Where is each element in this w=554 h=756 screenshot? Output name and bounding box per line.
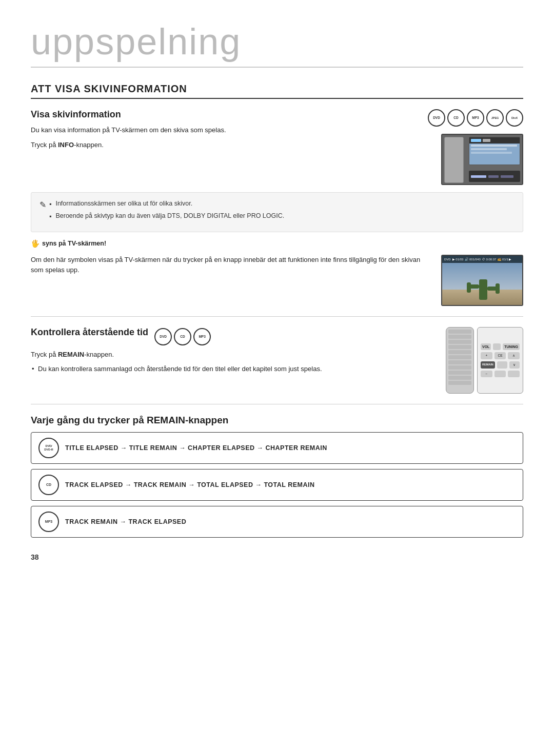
subsection2-bullet: • Du kan kontrollera sammanlagd och åter… [31, 364, 430, 375]
remote-mockup [446, 327, 474, 394]
dvd-icon-2: DVD [154, 328, 172, 345]
screen-mockup-cactus: DVD ▶ 01/03 🔊 001/040 ⏱ 0:00:37 📻 01/1 ▶ [441, 255, 523, 306]
page-number: 38 [31, 553, 523, 561]
section-title: ATT VISA SKIVINFORMATION [31, 83, 523, 99]
divider2 [31, 404, 523, 404]
cd-icon-2: CD [174, 328, 191, 345]
note-item-1: Informationsskärmen ser olika ut för oli… [49, 199, 284, 209]
note-item-2: Beroende på skivtyp kan du även välja DT… [49, 211, 284, 221]
divx-icon: DivX [506, 109, 523, 127]
remain-bold: REMAIN [58, 351, 84, 358]
screen-mockup-info [441, 134, 523, 185]
vol-label: VOL [481, 343, 491, 350]
dvd-dvdr-icon: DVD/DVD-R [38, 438, 59, 458]
screen-top-bar: DVD ▶ 01/03 🔊 001/040 ⏱ 0:00:37 📻 01/1 ▶ [442, 256, 522, 263]
subsection1-para2: Tryck på INFO-knappen. [31, 140, 412, 151]
remain-text-dvd: TITLE ELAPSED → TITLE REMAIN → CHAPTER E… [65, 444, 327, 452]
svg-rect-0 [479, 279, 487, 300]
cd-icon: CD [447, 109, 465, 127]
sub-note-title-text: syns på TV-skärmen! [42, 240, 106, 247]
tuning-label: TUNING [503, 343, 520, 350]
remain-row-cd: CD TRACK ELAPSED → TRACK REMAIN → TOTAL … [31, 469, 523, 501]
divider1 [31, 316, 523, 317]
subsection1-title: Visa skivinformation [31, 109, 412, 120]
remain-text-mp3: TRACK REMAIN → TRACK ELAPSED [65, 518, 186, 525]
svg-rect-2 [467, 282, 471, 293]
remain-label: REMAIN [481, 361, 495, 369]
remain-row-dvd: DVD/DVD-R TITLE ELAPSED → TITLE REMAIN →… [31, 432, 523, 464]
mp3-icon-2: MP3 [193, 328, 211, 345]
page-title: uppspelning [31, 21, 523, 68]
remain-row-mp3: MP3 TRACK REMAIN → TRACK ELAPSED [31, 506, 523, 538]
subsection2-para1: Tryck på REMAIN-knappen. [31, 350, 430, 360]
svg-rect-4 [496, 283, 500, 294]
hand-icon: 🖐 [31, 239, 39, 248]
sub-note-body: Om den här symbolen visas på TV-skärmen … [31, 255, 426, 276]
mp3-icon: MP3 [467, 109, 484, 127]
remain-text-cd: TRACK ELAPSED → TRACK REMAIN → TOTAL ELA… [65, 481, 314, 488]
dvd-icon: DVD [428, 109, 445, 127]
remain-section: Varje gång du trycker på REMAIN-knappen … [31, 415, 523, 538]
info-bold: INFO [58, 141, 74, 149]
subsection1-para1: Du kan visa information på TV-skärmen om… [31, 125, 412, 136]
disc-icons-row1: DVD CD MP3 JPEG DivX [428, 109, 523, 127]
note-box: ✎ Informationsskärmen ser olika ut för o… [31, 192, 523, 232]
cd-remain-icon: CD [38, 475, 59, 495]
jpeg-icon: JPEG [486, 109, 504, 127]
subsection3-title: Varje gång du trycker på REMAIN-knappen [31, 415, 523, 426]
remote-right-panel: VOL TUNING + CE ∧ REMAIN ∨ − [477, 327, 523, 394]
mp3-remain-icon: MP3 [38, 512, 59, 532]
symbol-note: 🖐 syns på TV-skärmen! [31, 239, 523, 248]
subsection2-title: Kontrollera återstående tid [31, 327, 148, 338]
